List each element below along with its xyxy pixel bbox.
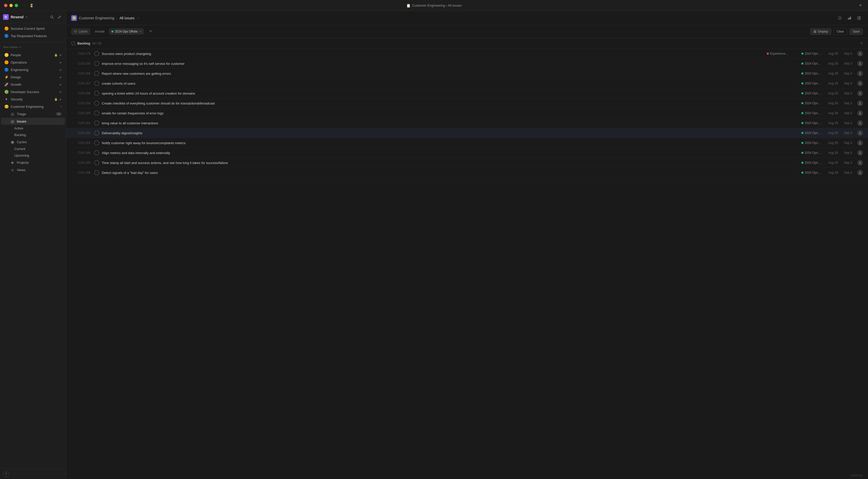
status-icon [94, 121, 99, 126]
remove-filter-button[interactable]: × [140, 30, 142, 34]
triage-icon: ◎ [10, 111, 15, 116]
backlog-section-header[interactable]: Backlog 34 / 61 + [66, 38, 868, 49]
chevron-down-icon: ▾ [61, 105, 62, 108]
sidebar-item-current[interactable]: Current [1, 146, 65, 152]
status-icon [94, 61, 99, 66]
table-row[interactable]: ··· CUS-158 opening a ticket within 24 h… [66, 89, 868, 98]
operations-icon: 🟠 [4, 60, 9, 65]
cycle-dot [801, 63, 803, 65]
new-item-button[interactable]: + [857, 2, 864, 9]
sidebar-item-cycles[interactable]: ◉ Cycles [1, 138, 65, 146]
filter-tag-2024ops[interactable]: 2024 Ops Offsite × [109, 29, 144, 35]
table-row[interactable]: ··· CUS-155 Improve error messaging so i… [66, 59, 868, 69]
search-button[interactable] [49, 14, 55, 20]
back-button[interactable]: ← [15, 4, 19, 7]
svg-rect-5 [858, 17, 859, 20]
help-button[interactable]: ? [3, 471, 9, 477]
issue-id: CUS-166 [78, 171, 94, 174]
cycle-text: 2024 Ops ... [805, 82, 821, 85]
sidebar-item-backlog[interactable]: Backlog [1, 132, 65, 138]
blue-star-icon: 🔵 [4, 34, 9, 38]
table-row[interactable]: ··· CUS-157 create cohorts of users 2024… [66, 78, 868, 89]
sidebar-item-issues[interactable]: ◎ Issues [1, 118, 65, 125]
sidebar: R Resend ▾ [0, 11, 66, 479]
filter-icon [149, 30, 152, 33]
status-icon [94, 110, 99, 116]
forward-button[interactable]: → [22, 4, 25, 7]
status-icon [94, 81, 99, 86]
display-icon [813, 30, 816, 33]
display-button[interactable]: Display [810, 28, 831, 35]
sidebar-item-upcoming[interactable]: Upcoming [1, 152, 65, 159]
table-row[interactable]: ··· CUS-166 Detect signals of a "bad day… [66, 168, 868, 178]
sidebar-item-views[interactable]: ≡ Views [1, 166, 65, 173]
filter-options-button[interactable] [147, 28, 154, 35]
drag-handle: ··· [71, 121, 76, 125]
nav-controls: ← → ⏳ [15, 4, 34, 7]
issue-start-date: Aug 29 [828, 121, 841, 125]
sidebar-item-active[interactable]: Active [1, 125, 65, 131]
analytics-button[interactable] [846, 14, 853, 22]
sidebar-item-people[interactable]: 🟡 People 🔒 ▶ [1, 51, 65, 59]
table-row[interactable]: ··· CUS-163 Notify customer right away f… [66, 138, 868, 148]
table-row[interactable]: ··· CUS-156 Report where new customers a… [66, 69, 868, 78]
save-filter-button[interactable]: Save [849, 28, 863, 35]
issue-cycle: 2024 Ops ... [801, 72, 824, 75]
issue-id: CUS-159 [78, 101, 94, 105]
header-actions [836, 14, 863, 22]
svg-rect-12 [813, 31, 816, 32]
issue-start-date: Aug 29 [828, 151, 841, 155]
teams-section-label[interactable]: Your teams ▾ [0, 43, 66, 50]
status-icon [94, 150, 99, 155]
table-row[interactable]: ··· CUS-159 Create checklist of everythi… [66, 98, 868, 108]
brand[interactable]: R Resend ▾ [3, 14, 27, 20]
sidebar-item-top-requested[interactable]: 🔵 Top Requested Features [1, 32, 65, 39]
sidebar-item-success-sprint[interactable]: 🟠 Success Current Sprint [1, 25, 65, 32]
table-row[interactable]: ··· CUS-161 bring value to all customer … [66, 118, 868, 128]
lock-icon: 🔒 [54, 54, 58, 57]
issue-end-date: Sep 3 [844, 82, 854, 85]
customer-engineering-icon: 😊 [4, 104, 9, 109]
issue-end-date: Sep 3 [844, 72, 854, 75]
table-row[interactable]: ··· CUS-162 Deliverability digest/insigh… [66, 128, 868, 138]
svg-point-22 [859, 132, 861, 133]
sidebar-item-engineering[interactable]: 🔵 Engineering ▶ [1, 66, 65, 73]
cycle-dot [801, 83, 803, 85]
sidebar-item-projects[interactable]: ◈ Projects [1, 159, 65, 166]
issue-title: bring value to all customer interactions [102, 121, 767, 125]
table-row[interactable]: ··· CUS-165 Time stamp all start and suc… [66, 158, 868, 168]
cycle-text: 2024 Ops ... [805, 101, 821, 105]
clear-filter-button[interactable]: Clear [833, 28, 847, 35]
labels-filter-button[interactable]: Labels [71, 29, 90, 35]
sidebar-item-design[interactable]: ⚡ Design ▶ [1, 73, 65, 81]
table-row[interactable]: ··· CUS-160 emails for certain frequenci… [66, 108, 868, 118]
layout-button[interactable] [855, 14, 863, 22]
svg-point-19 [859, 102, 861, 103]
avatar [857, 120, 863, 126]
compose-button[interactable] [56, 14, 63, 20]
cycle-dot [801, 112, 803, 114]
sidebar-item-security[interactable]: ✦ Security 🔒 ▶ [1, 96, 65, 103]
notifications-button[interactable] [836, 14, 844, 22]
status-icon [94, 71, 99, 76]
sidebar-item-operations[interactable]: 🟠 Operations ▶ [1, 59, 65, 66]
sidebar-item-developer-success[interactable]: 🟢 Developer Success ▶ [1, 88, 65, 95]
sidebar-item-customer-engineering[interactable]: 😊 Customer Engineering ▾ [1, 103, 65, 110]
favorite-button[interactable]: ☆ [136, 16, 140, 20]
close-window-button[interactable] [4, 4, 7, 7]
minimize-window-button[interactable] [9, 4, 13, 7]
issue-cycle: 2024 Ops ... [801, 131, 824, 135]
avatar [857, 170, 863, 175]
table-row[interactable]: ··· CUS-164 Align metrics and data inter… [66, 148, 868, 158]
history-button[interactable]: ⏳ [30, 4, 34, 7]
sidebar-item-growth[interactable]: 🚀 Growth ▶ [1, 81, 65, 88]
user-avatar-icon [858, 82, 862, 85]
status-icon [94, 160, 99, 165]
table-row[interactable]: ··· CUS-179 Success owns product changel… [66, 49, 868, 59]
add-issue-button[interactable]: + [860, 41, 863, 46]
sidebar-item-triage[interactable]: ◎ Triage 26 [1, 110, 65, 118]
issue-id: CUS-165 [78, 161, 94, 164]
include-filter-button[interactable]: include [92, 29, 107, 34]
user-avatar-icon [858, 121, 862, 125]
issue-id: CUS-164 [78, 151, 94, 155]
